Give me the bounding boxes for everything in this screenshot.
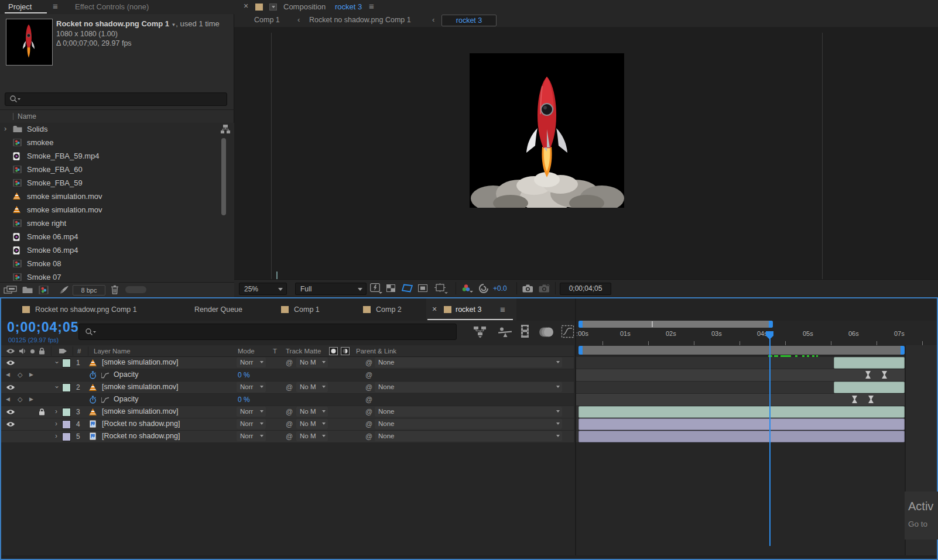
column-number[interactable]: # bbox=[77, 348, 81, 355]
parent-select[interactable]: None bbox=[375, 407, 562, 417]
trash-icon[interactable] bbox=[111, 285, 119, 294]
list-item[interactable]: smoke right bbox=[0, 217, 234, 231]
project-item-thumbnail[interactable] bbox=[6, 19, 53, 66]
expand-chevron-icon[interactable]: › bbox=[55, 420, 57, 428]
parent-pickwhip-icon[interactable]: @ bbox=[365, 432, 372, 441]
frame-blending-icon[interactable] bbox=[520, 324, 530, 338]
layer-row-2[interactable]: ⌄ 2 [smoke simulation.mov] Norr @ No M @… bbox=[1, 382, 574, 393]
layer-1-duration-bar[interactable] bbox=[834, 357, 905, 369]
tab-menu-icon[interactable]: ≡ bbox=[500, 304, 505, 314]
layer-row-4[interactable]: › 4 [Rocket no shadow.png] Norr @ No M @… bbox=[1, 418, 574, 430]
prev-keyframe-icon[interactable]: ◀ bbox=[6, 372, 10, 377]
property-row-opacity-1[interactable]: ◀ ◇ ▶ Opacity 0 % @ bbox=[1, 369, 574, 381]
track-matte-select[interactable]: No M bbox=[296, 431, 328, 441]
list-item[interactable]: smokee bbox=[0, 136, 234, 150]
keyframe-icon[interactable] bbox=[882, 371, 887, 379]
graph-toggle-icon[interactable] bbox=[101, 397, 109, 403]
property-row-opacity-2[interactable]: ◀ ◇ ▶ Opacity 0 % @ bbox=[1, 394, 574, 406]
layer-name[interactable]: [Rocket no shadow.png] bbox=[102, 420, 180, 428]
tab-comp2[interactable]: Comp 2 bbox=[376, 305, 402, 314]
column-layer-name[interactable]: Layer Name bbox=[94, 348, 131, 355]
new-composition-icon[interactable] bbox=[39, 286, 49, 294]
show-snapshot-icon[interactable] bbox=[539, 284, 550, 293]
graph-toggle-icon[interactable] bbox=[101, 372, 109, 379]
tab-rocket-no-shadow-comp1[interactable]: Rocket no shadow.png Comp 1 bbox=[35, 305, 137, 314]
flowchart-icon[interactable] bbox=[220, 124, 231, 134]
layer-color-swatch[interactable] bbox=[62, 408, 71, 417]
transparency-grid-icon[interactable] bbox=[386, 284, 395, 292]
blend-mode-select[interactable]: Norr bbox=[237, 407, 266, 417]
next-keyframe-icon[interactable]: ▶ bbox=[29, 396, 33, 402]
motion-blur-icon[interactable] bbox=[539, 327, 555, 338]
video-column-eye-icon[interactable] bbox=[6, 348, 15, 354]
comp-timecode-field[interactable]: 0;00;04;05 bbox=[560, 283, 611, 295]
track-row-3[interactable] bbox=[576, 406, 905, 418]
parent-select[interactable]: None bbox=[375, 358, 562, 367]
comp-tab-close-icon[interactable]: × bbox=[244, 1, 248, 11]
list-item[interactable]: Smoke 06.mp4 bbox=[0, 231, 234, 245]
eye-icon[interactable] bbox=[6, 409, 15, 415]
layer-name[interactable]: [smoke simulation.mov] bbox=[102, 358, 179, 366]
label-column-tag-icon[interactable] bbox=[59, 348, 67, 355]
graph-editor-icon[interactable] bbox=[561, 325, 574, 338]
layer-row-1[interactable]: ⌄ 1 [smoke simulation.mov] Norr @ No M @… bbox=[1, 357, 574, 369]
playhead-line[interactable] bbox=[769, 338, 771, 546]
keyframe-icon[interactable] bbox=[865, 371, 871, 379]
draft-3d-icon[interactable] bbox=[498, 327, 513, 338]
parent-pickwhip-icon[interactable]: @ bbox=[365, 408, 372, 416]
eye-icon[interactable] bbox=[6, 360, 15, 366]
add-keyframe-icon[interactable]: ◇ bbox=[18, 396, 22, 403]
track-matte-select[interactable]: No M bbox=[296, 358, 328, 367]
work-area-bar[interactable] bbox=[578, 321, 773, 328]
expand-chevron-icon[interactable]: › bbox=[55, 432, 57, 440]
parent-pickwhip-icon[interactable]: @ bbox=[365, 359, 372, 367]
column-mode[interactable]: Mode bbox=[238, 348, 255, 355]
track-row-opacity-2[interactable] bbox=[576, 394, 905, 406]
matte-pickwhip-icon[interactable]: @ bbox=[286, 432, 293, 441]
track-row-4[interactable] bbox=[576, 418, 905, 430]
comp-panel-title-name[interactable]: rocket 3 bbox=[335, 2, 362, 11]
tab-render-queue[interactable]: Render Queue bbox=[194, 305, 242, 314]
region-of-interest-icon[interactable] bbox=[418, 284, 427, 292]
matte-pickwhip-icon[interactable]: @ bbox=[286, 408, 293, 416]
breadcrumb-comp1[interactable]: Comp 1 bbox=[254, 16, 280, 24]
lock-icon[interactable] bbox=[39, 408, 45, 415]
layer-name[interactable]: [smoke simulation.mov] bbox=[102, 383, 179, 391]
column-t[interactable]: T bbox=[273, 348, 277, 355]
layer-row-5[interactable]: › 5 [Rocket no shadow.png] Norr @ No M @… bbox=[1, 431, 574, 442]
track-matte-select[interactable]: No M bbox=[296, 407, 328, 417]
parent-select[interactable]: None bbox=[375, 419, 562, 429]
lock-column-icon[interactable] bbox=[39, 348, 45, 355]
keyframe-icon[interactable] bbox=[868, 396, 874, 403]
blend-mode-select[interactable]: Norr bbox=[237, 431, 266, 441]
new-folder-icon[interactable] bbox=[22, 286, 33, 294]
expand-chevron-icon[interactable]: ⌄ bbox=[54, 382, 60, 390]
parent-select[interactable]: None bbox=[375, 431, 562, 441]
tab-project[interactable]: Project bbox=[8, 2, 32, 11]
navigator-start-handle[interactable] bbox=[578, 346, 583, 355]
track-row-5[interactable] bbox=[576, 431, 905, 442]
parent-pickwhip-icon[interactable]: @ bbox=[365, 383, 372, 391]
matte-pickwhip-icon[interactable]: @ bbox=[286, 383, 293, 391]
comp-viewer[interactable] bbox=[234, 27, 938, 279]
fast-preview-icon[interactable] bbox=[370, 283, 383, 294]
stopwatch-icon[interactable] bbox=[89, 371, 97, 379]
project-item-title[interactable]: Rocket no shadow.png Comp 1 bbox=[56, 19, 169, 28]
expression-pickwhip-icon[interactable]: @ bbox=[365, 396, 372, 404]
keyframe-icon[interactable] bbox=[852, 396, 857, 403]
navigator-end-handle[interactable] bbox=[901, 346, 905, 355]
add-keyframe-icon[interactable]: ◇ bbox=[18, 371, 22, 379]
track-matte-select[interactable]: No M bbox=[296, 382, 328, 392]
eye-icon[interactable] bbox=[6, 421, 15, 427]
work-area-end-handle[interactable] bbox=[769, 321, 773, 328]
time-navigator-bar[interactable] bbox=[578, 346, 905, 355]
panel-dock-icon[interactable] bbox=[269, 4, 277, 11]
column-track-matte[interactable]: Track Matte bbox=[286, 348, 321, 355]
expand-chevron-icon[interactable]: › bbox=[4, 124, 6, 133]
zoom-select[interactable]: 25% bbox=[239, 283, 287, 295]
property-label[interactable]: Opacity bbox=[114, 395, 138, 403]
tab-comp1[interactable]: Comp 1 bbox=[294, 305, 320, 314]
exposure-icon[interactable] bbox=[479, 284, 488, 293]
matte-pickwhip-icon[interactable]: @ bbox=[286, 359, 293, 367]
list-item[interactable]: Smoke 08 bbox=[0, 257, 234, 272]
